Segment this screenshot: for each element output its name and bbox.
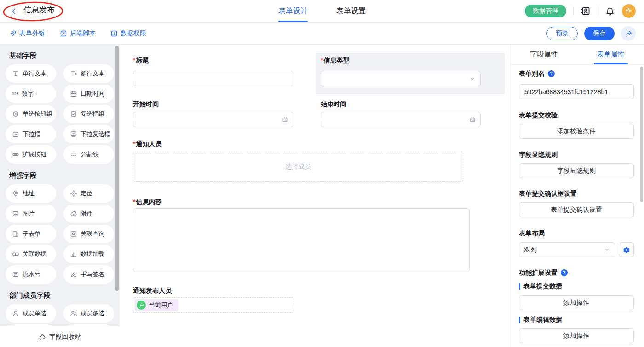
save-button[interactable]: 保存 (584, 27, 615, 40)
submit-data-add-button[interactable]: 添加操作 (519, 295, 634, 310)
form-toolbar: 表单外链 后端脚本 数据权限 预览 保存 (0, 23, 644, 45)
field-label-notify-members: * 通知人员 (133, 140, 161, 148)
form-layout-select[interactable]: 双列 (519, 242, 615, 257)
backend-script-button[interactable]: 后端脚本 (60, 29, 96, 38)
field-item-signature[interactable]: 手写签名 (63, 265, 114, 284)
field-label-notify-publisher: 通知发布人员 (133, 287, 172, 295)
calendar-icon (70, 90, 77, 97)
external-link-button[interactable]: 表单外链 (9, 29, 45, 38)
current-user-tag[interactable]: 户 当前用户 (135, 299, 178, 311)
field-label-start-time: 开始时间 (133, 100, 159, 108)
form-layout-label: 表单布局 (519, 229, 545, 237)
info-type-select[interactable] (321, 71, 481, 86)
divider-icon (70, 151, 77, 158)
field-item-datetime[interactable]: 日期时间 (63, 85, 114, 103)
section-title-basic-fields: 基础字段 (9, 51, 114, 60)
lookup-icon (70, 230, 77, 238)
notification-bell-icon[interactable] (605, 6, 615, 16)
calendar-icon (282, 116, 288, 123)
share-arrow-icon (625, 29, 632, 37)
required-marker: * (133, 57, 135, 64)
field-item-number[interactable]: 123 数字 (6, 85, 56, 103)
field-item-radio-group[interactable]: 单选按钮组 (6, 105, 56, 123)
field-item-multi-line-text[interactable]: 多行文本 (63, 64, 114, 83)
field-item-subform[interactable]: 子表单 (6, 225, 56, 243)
user-tag-avatar: 户 (137, 301, 146, 310)
start-time-input[interactable] (133, 112, 293, 127)
recycle-icon (39, 333, 46, 341)
tab-form-design[interactable]: 表单设计 (278, 0, 308, 22)
field-label-title: * 标题 (133, 57, 149, 65)
field-library-sidebar: 基础字段 单行文本 多行文本 123 数字 日期时间 单选按钮组 (0, 45, 120, 347)
field-item-checkbox-group[interactable]: 复选框组 (63, 105, 114, 123)
field-item-address[interactable]: 地址 (6, 184, 56, 203)
user-avatar[interactable]: 作 (622, 4, 636, 18)
multi-line-text-icon (70, 70, 77, 77)
info-content-textarea[interactable] (133, 208, 470, 272)
field-recycle-bin[interactable]: 字段回收站 (0, 326, 120, 347)
extend-button-icon (12, 151, 19, 158)
address-pin-icon (12, 190, 19, 197)
related-data-icon (12, 250, 19, 258)
field-item-image[interactable]: 图片 (6, 205, 56, 223)
required-marker: * (321, 57, 323, 64)
field-item-related-data[interactable]: 关联数据 (6, 245, 56, 263)
form-design-canvas[interactable]: * 标题 * 信息类型 开始时间 结束时间 * 通知人员 选择成员 * 信息内容… (120, 45, 511, 347)
field-item-member-single[interactable]: 成员单选 (6, 304, 56, 323)
field-item-attachment[interactable]: 附件 (63, 205, 114, 223)
help-icon[interactable]: ? (548, 70, 555, 77)
share-button[interactable] (621, 26, 636, 41)
contacts-icon[interactable] (581, 6, 591, 16)
tab-form-properties[interactable]: 表单属性 (577, 45, 644, 64)
title-input[interactable] (133, 71, 293, 86)
tab-field-properties[interactable]: 字段属性 (511, 45, 577, 64)
data-permission-button[interactable]: 数据权限 (110, 29, 146, 38)
field-item-multi-select[interactable]: 下拉复选框 (63, 125, 114, 143)
field-item-divider[interactable]: 分割线 (63, 145, 114, 164)
field-item-serial-number[interactable]: 流水号 (6, 265, 56, 284)
help-icon[interactable]: ? (561, 269, 568, 276)
notify-publisher-picker[interactable]: 户 当前用户 (133, 297, 293, 313)
confirm-box-label: 表单提交确认框设置 (519, 190, 577, 198)
sidebar-scrollbar[interactable] (115, 46, 119, 291)
field-item-select[interactable]: 下拉框 (6, 125, 56, 143)
tab-form-settings[interactable]: 表单设置 (336, 0, 366, 22)
preview-button[interactable]: 预览 (546, 27, 578, 40)
field-item-member-multi[interactable]: 成员多选 (63, 304, 114, 323)
confirm-box-button[interactable]: 表单提交确认设置 (519, 202, 634, 217)
locate-icon (70, 190, 77, 197)
form-alias-input[interactable] (519, 84, 634, 99)
data-manage-button[interactable]: 数据管理 (525, 5, 566, 17)
visibility-rules-label: 字段显隐规则 (519, 151, 558, 159)
field-item-extend-button[interactable]: 扩展按钮 (6, 145, 56, 164)
visibility-rules-button[interactable]: 字段显隐规则 (519, 163, 634, 178)
enhanced-fields-grid: 地址 定位 图片 附件 子表单 关联查询 (6, 184, 114, 284)
single-line-text-icon (12, 70, 19, 77)
divider (598, 7, 598, 15)
edit-data-add-button[interactable]: 添加操作 (519, 328, 634, 343)
submit-data-label: 表单提交数据 (519, 282, 562, 290)
required-marker: * (133, 140, 135, 148)
link-icon (9, 30, 17, 37)
properties-panel: 字段属性 表单属性 表单别名 ? 表单提交校验 添加校验条件 字段显隐规则 字段… (510, 45, 644, 347)
field-item-data-load[interactable]: 数据加载 (63, 245, 114, 263)
field-item-single-line-text[interactable]: 单行文本 (6, 64, 56, 83)
end-time-input[interactable] (321, 112, 481, 127)
field-item-lookup[interactable]: 关联查询 (63, 225, 114, 243)
script-icon (60, 30, 67, 37)
notify-members-picker[interactable]: 选择成员 (133, 152, 463, 182)
extension-settings-label: 功能扩展设置 ? (519, 269, 568, 277)
app-header: 信息发布 表单设计 表单设置 数据管理 作 (0, 0, 644, 23)
basic-fields-grid: 单行文本 多行文本 123 数字 日期时间 单选按钮组 复选框组 (6, 64, 114, 164)
subform-icon (12, 230, 19, 238)
field-label-end-time: 结束时间 (321, 100, 346, 108)
serial-number-icon (12, 271, 19, 278)
add-validation-button[interactable]: 添加校验条件 (519, 124, 634, 139)
panel-scrollbar[interactable] (640, 67, 643, 202)
edit-data-label: 表单编辑数据 (519, 316, 562, 324)
image-icon (12, 210, 19, 217)
member-picker-placeholder: 选择成员 (285, 163, 311, 171)
layout-settings-button[interactable] (619, 242, 634, 257)
number-123-icon: 123 (12, 91, 18, 96)
field-item-locate[interactable]: 定位 (63, 184, 114, 203)
